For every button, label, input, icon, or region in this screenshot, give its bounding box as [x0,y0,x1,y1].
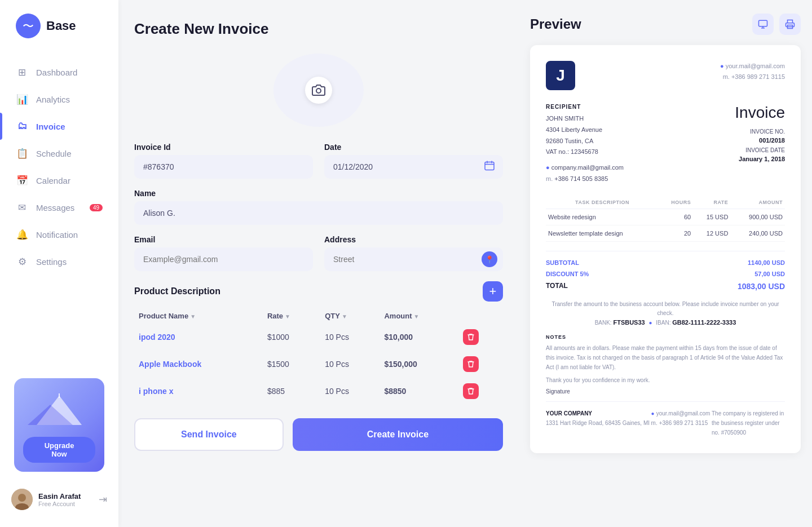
name-label: Name [134,189,503,198]
invoice-heading: Invoice [735,104,785,122]
invoice-recipient-row: RECIPIENT JOHN SMITH 4304 Liberty Avenue… [546,104,785,185]
user-profile: Easin Arafat Free Account ⇥ [0,483,118,516]
sort-icon: ▼ [190,313,196,320]
preview-monitor-button[interactable] [752,14,774,35]
inv-col-description: TASK DESCRIPTION [546,196,659,209]
sidebar-item-notification[interactable]: 🔔 Notification [0,221,118,248]
products-table: Product Name▼ Rate▼ QTY▼ Amount▼ ipod 20… [134,308,503,405]
delete-product-button[interactable] [463,329,479,345]
name-row: Name [134,189,503,225]
date-label: Date [324,143,503,152]
svg-point-5 [18,494,26,502]
upgrade-button[interactable]: Upgrade Now [23,437,95,463]
inv-col-rate: RATE [693,196,730,209]
delete-product-button[interactable] [463,383,479,399]
email-input[interactable] [134,247,313,271]
name-group: Name [134,189,503,225]
location-icon: 📍 [482,251,497,267]
send-invoice-button[interactable]: Send Invoice [134,418,284,451]
sidebar-item-schedule[interactable]: 📋 Schedule [0,140,118,167]
dashboard-icon: ⊞ [16,66,28,78]
sidebar-item-label: Notification [36,230,78,240]
footer-contact: ●your.mail@gmail.com m.+386 989 271 3115 [651,409,710,437]
date-input-wrap [324,155,503,179]
preview-panel: Preview J ●your.mail@g [519,0,812,527]
notification-icon: 🔔 [16,228,28,241]
invoice-meta: Invoice INVOICE NO. 001/2018 INVOICE DAT… [735,104,785,185]
upgrade-widget: Upgrade Now [14,378,104,472]
action-buttons: Send Invoice Create Invoice [134,418,503,451]
invoice-id-label: Invoice Id [134,143,313,152]
invoice-footer: YOUR COMPANY 1331 Hart Ridge Road, 68435… [546,401,785,437]
product-amount-cell: $8850 [379,378,458,405]
schedule-icon: 📋 [16,147,28,160]
avatar-image [11,489,33,510]
sidebar-item-label: Analytics [36,95,70,104]
product-delete-cell [458,378,503,405]
sidebar-item-calendar[interactable]: 📅 Calendar [0,167,118,194]
sidebar-item-analytics[interactable]: 📊 Analytics [0,86,118,113]
logo[interactable]: 〜 Base [0,14,76,38]
sidebar-item-invoice[interactable]: 🗂 Invoice [0,113,118,140]
sidebar: 〜 Base ⊞ Dashboard 📊 Analytics 🗂 Invoice… [0,0,118,527]
delete-product-button[interactable] [463,356,479,372]
sidebar-item-dashboard[interactable]: ⊞ Dashboard [0,59,118,86]
table-row: i phone x $885 10 Pcs $8850 [134,378,503,405]
photo-upload-area[interactable] [273,54,364,127]
invoice-totals: SUBTOTAL 1140,00 USD DISCOUNT 5% 57,00 U… [546,251,785,293]
messages-icon: ✉ [16,201,28,214]
product-name-cell: ipod 2020 [134,324,263,351]
recipient-info: RECIPIENT JOHN SMITH 4304 Liberty Avenue… [546,104,624,185]
col-qty: QTY▼ [320,308,379,324]
total-row: TOTAL 1083,00 USD [546,280,785,293]
sidebar-item-settings[interactable]: ⚙ Settings [0,248,118,275]
sidebar-item-label: Invoice [36,122,65,131]
signature: Signature [546,388,785,395]
table-row: ipod 2020 $1000 10 Pcs $10,000 [134,324,503,351]
add-product-button[interactable]: + [483,281,503,302]
invoice-logo: J [546,61,575,90]
svg-point-7 [316,88,321,93]
invoice-top: J ●your.mail@gmail.com m.+386 989 271 31… [546,61,785,90]
product-delete-cell [458,351,503,378]
user-info: Easin Arafat Free Account [38,492,93,507]
address-input-wrap: 📍 [324,247,503,271]
name-input[interactable] [134,201,503,225]
subtotal-row: SUBTOTAL 1140,00 USD [546,257,785,268]
upgrade-illustration [23,392,95,431]
sort-icon: ▼ [414,313,420,320]
logo-text: Base [46,19,76,33]
footer-reg: The company is registered in the busines… [712,409,785,437]
discount-row: DISCOUNT 5% 57,00 USD [546,268,785,280]
recipient-label: RECIPIENT [546,104,624,110]
product-description-label: Product Description [134,286,220,296]
product-section-header: Product Description + [134,281,503,302]
sidebar-item-messages[interactable]: ✉ Messages 49 [0,194,118,221]
bank-info: Transfer the amount to the business acco… [546,300,785,328]
notes-label: NOTES [546,334,785,340]
product-amount-cell: $150,000 [379,351,458,378]
address-label: Address [324,235,503,244]
logout-icon[interactable]: ⇥ [99,493,107,506]
invoice-id-input[interactable] [134,155,313,179]
date-input[interactable] [324,155,503,179]
col-product-name: Product Name▼ [134,308,263,324]
notes-text-1: All amounts are in dollars. Please make … [546,343,785,372]
col-rate: Rate▼ [263,308,320,324]
camera-icon [305,77,332,104]
svg-marker-2 [37,396,82,425]
user-name: Easin Arafat [38,492,93,501]
invoice-task-row: Website redesign 60 15 USD 900,00 USD [546,209,785,225]
svg-rect-8 [485,162,494,170]
create-invoice-button[interactable]: Create Invoice [293,418,503,451]
product-rate-cell: $885 [263,378,320,405]
invoice-no-label: INVOICE NO. [735,129,785,135]
preview-print-button[interactable] [779,14,801,35]
settings-icon: ⚙ [16,255,28,268]
date-group: Date [324,143,503,179]
invoice-date-value: January 1, 2018 [735,156,785,162]
notes-text-2: Thank you for you confidence in my work. [546,375,785,385]
col-action [458,308,503,324]
invoice-id-group: Invoice Id [134,143,313,179]
address-input[interactable] [324,247,503,271]
